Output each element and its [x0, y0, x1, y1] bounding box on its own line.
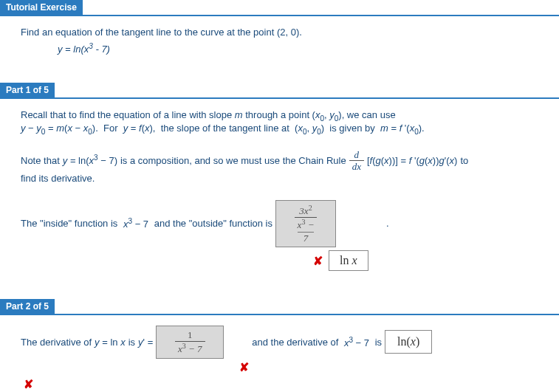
eq-ylnx: y = ln x [95, 337, 126, 348]
var-m: m [235, 109, 243, 120]
text: and the derivative of [252, 337, 338, 348]
part2-line: The derivative of y = ln x is y' = 1 x3 … [21, 326, 546, 359]
part1-recall-line1: Recall that to find the equation of a li… [21, 109, 546, 123]
hint-text: ln(x) [397, 335, 419, 348]
inside-function: x3 − 7 [120, 217, 151, 230]
text: Note that [21, 152, 60, 169]
text: Recall that to find the equation of a li… [21, 109, 235, 120]
text: is [375, 337, 382, 348]
wrong-icon: ✘ [313, 254, 323, 268]
part2-header-row: Part 2 of 5 [0, 299, 559, 315]
answer-box-outside[interactable]: 3x2 x3 − 7 [275, 200, 336, 247]
num: 1 [175, 329, 205, 342]
answer-box-derivative-lnx[interactable]: 1 x3 − 7 [156, 326, 224, 359]
text: to [460, 152, 468, 169]
text: The "inside" function is [21, 218, 117, 229]
chain-rule-body: [f(g(x))] = f '(g(x))g'(x) [367, 152, 457, 169]
num: d [349, 149, 364, 162]
part1-content: Recall that to find the equation of a li… [0, 105, 559, 283]
tutorial-header-row: Tutorial Exercise [0, 0, 559, 16]
text: and the "outside" function is [154, 218, 272, 229]
part1-recall-line2: y − y0 = m(x − x0). For y = f(x), the sl… [21, 123, 546, 136]
wrong-icon: ✘ [239, 360, 249, 374]
text: through a point ( [243, 109, 315, 120]
text: ), we can use [338, 109, 395, 120]
part1-note-row: Note that y = ln(x3 − 7) is a compositio… [21, 149, 546, 173]
text: is a composition, and so we must use the… [120, 152, 346, 169]
part1-header: Part 1 of 5 [0, 83, 55, 97]
hint-box-lnx[interactable]: ln x [329, 250, 368, 271]
part1-inside-outside-row: The "inside" function is x3 − 7 and the … [21, 200, 546, 247]
part2-content: The derivative of y = ln x is y' = 1 x3 … [0, 321, 559, 392]
note-equation: y = ln(x3 − 7) [63, 151, 117, 170]
eq-x3m7: x3 − 7 [341, 336, 371, 348]
text: is [128, 337, 135, 348]
hint-box-lnx2[interactable]: ln(x) [385, 330, 432, 354]
text: . [386, 218, 389, 229]
tutorial-header: Tutorial Exercise [0, 0, 83, 15]
hint-text: ln x [340, 254, 357, 267]
eq-yprime: y' = [138, 337, 153, 348]
part1-note-row2: find its derivative. [21, 173, 546, 184]
part1-header-row: Part 1 of 5 [0, 83, 559, 99]
chain-rule-dfdx: d dx [349, 149, 364, 173]
part2-header: Part 2 of 5 [0, 299, 55, 314]
tutorial-prompt: Find an equation of the tangent line to … [21, 27, 546, 38]
text: The derivative of [21, 337, 92, 348]
tutorial-equation: y = ln(x3 - 7) [21, 42, 546, 55]
wrong-icon: ✘ [24, 377, 33, 391]
tutorial-content: Find an equation of the tangent line to … [0, 22, 559, 66]
den: dx [349, 161, 364, 173]
